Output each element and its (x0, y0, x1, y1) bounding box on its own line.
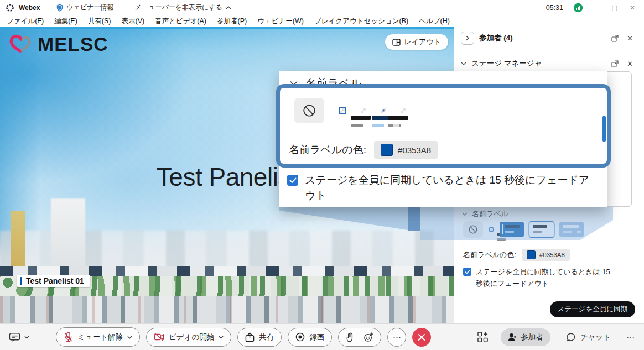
mic-muted-icon (64, 332, 73, 342)
record-label: 録画 (309, 332, 324, 342)
name-label-color-picker[interactable]: #0353A8 (522, 249, 570, 261)
unmute-button[interactable]: ミュート解除 (56, 327, 140, 347)
menu-share[interactable]: 共有(S) (88, 17, 111, 26)
apps-icon[interactable] (477, 331, 489, 343)
sync-fadeout-checkbox-row[interactable]: ステージを全員に同期しているときは 15 秒後にフェードアウト (463, 267, 617, 290)
participants-panel-header: 参加者 (4) ✕ (454, 30, 644, 46)
label-style-blue-button[interactable] (361, 108, 366, 113)
captions-button[interactable] (9, 332, 29, 343)
titlebar-left: Webex ウェビナー情報 メニューバーを非表示にする (0, 3, 248, 12)
sync-fadeout-label: ステージを全員に同期しているときは 15 秒後にフェードアウト (476, 267, 617, 290)
menu-file[interactable]: ファイル(F) (7, 17, 44, 26)
layout-grid-icon (392, 39, 401, 46)
titlebar: Webex ウェビナー情報 メニューバーを非表示にする 05:31 – ▢ ✕ (0, 0, 644, 15)
name-label-color-label: 名前ラベルの色: (463, 250, 516, 260)
chevron-down-icon (219, 336, 224, 339)
participants-button[interactable]: 参加者 (501, 328, 550, 346)
record-icon (295, 332, 305, 342)
chat-button[interactable]: チャット (563, 332, 614, 343)
label-style-outline-button[interactable] (381, 108, 386, 113)
webinar-info-label: ウェビナー情報 (66, 3, 113, 12)
magnifier-style-options (294, 98, 406, 123)
name-label-color-label: 名前ラベルの色: (289, 143, 366, 157)
hidden-button-sliver (602, 116, 606, 142)
more-toolbar-options[interactable]: ⋯ (626, 332, 635, 342)
chevron-up-icon (226, 6, 231, 9)
magnifier-highlight-box: 名前ラベルの色: #0353A8 (276, 84, 611, 168)
menu-audio-video[interactable]: 音声とビデオ(A) (155, 17, 206, 26)
stage-manager-close-icon[interactable]: ✕ (627, 60, 633, 68)
name-label-chip: Test Panelist 01 (17, 275, 90, 287)
window-minimize-button[interactable]: – (593, 4, 601, 12)
menu-edit[interactable]: 編集(E) (54, 17, 77, 26)
layout-button-label: レイアウト (404, 37, 441, 47)
menu-breakout[interactable]: ブレイクアウトセッション(B) (314, 17, 408, 26)
menubar: ファイル(F) 編集(E) 共有(S) 表示(V) 音声とビデオ(A) 参加者(… (0, 15, 644, 27)
webinar-info-button[interactable]: ウェビナー情報 (56, 3, 113, 12)
menu-participants[interactable]: 参加者(P) (217, 17, 247, 26)
reactions-group (338, 328, 381, 347)
chat-bubble-icon (566, 332, 576, 342)
name-label-color-row: 名前ラベルの色: #0353A8 (463, 249, 570, 261)
melsc-logo: MELSC (8, 33, 108, 55)
label-style-light-selected-button[interactable] (339, 107, 346, 114)
checkbox-checked-icon[interactable] (287, 175, 298, 186)
start-video-button[interactable]: ビデオの開始 (146, 328, 231, 347)
window-close-button[interactable]: ✕ (629, 4, 636, 12)
active-speaker-name: Test Panelist (157, 162, 297, 192)
participants-label: 参加者 (521, 332, 543, 342)
webex-window: Webex ウェビナー情報 メニューバーを非表示にする 05:31 – ▢ ✕ (0, 0, 644, 350)
record-button[interactable]: 録画 (288, 328, 332, 347)
reactions-smiley-icon[interactable] (363, 332, 373, 342)
sync-stage-button[interactable]: ステージを全員に同期 (550, 301, 635, 317)
share-icon (245, 332, 255, 342)
start-video-label: ビデオの開始 (169, 332, 214, 342)
share-label: 共有 (259, 332, 274, 342)
melsc-heart-icon (8, 34, 33, 55)
panel-divider (454, 50, 644, 50)
toolbar-right-group: 参加者 チャット ⋯ (477, 328, 635, 346)
connection-quality-icon[interactable] (573, 3, 583, 13)
leave-meeting-button[interactable] (412, 328, 431, 347)
participants-close-icon[interactable]: ✕ (627, 34, 633, 43)
name-label-color-picker[interactable]: #0353A8 (374, 141, 438, 159)
color-value-text: #0353A8 (398, 145, 431, 155)
sync-fadeout-label: ステージを全員に同期しているときは 15 秒後にフェードアウト (305, 173, 595, 203)
name-label-magnifier-popup: 名前ラベル 名前ラベルの色: (279, 71, 607, 207)
webex-logo-icon (6, 3, 14, 12)
stage-manager-popout-icon[interactable] (611, 60, 619, 67)
name-label-text: Test Panelist 01 (26, 276, 84, 285)
unmute-label: ミュート解除 (77, 332, 123, 342)
chevron-down-icon[interactable] (461, 62, 466, 65)
color-value-text: #0353A8 (539, 252, 565, 258)
color-swatch (527, 250, 536, 259)
checkbox-checked-icon[interactable] (463, 268, 471, 276)
label-style-translucent-button[interactable] (401, 108, 406, 113)
captions-icon (9, 332, 20, 343)
participants-popout-icon[interactable] (611, 35, 619, 42)
magnifier-beam-band (408, 207, 420, 231)
melsc-logo-text: MELSC (38, 33, 108, 55)
participants-panel-title: 参加者 (4) (479, 33, 513, 43)
more-options-button[interactable]: ⋯ (387, 328, 406, 347)
menu-help[interactable]: ヘルプ(H) (419, 17, 450, 26)
stage-manager-title: ステージ マネージャ (471, 59, 542, 69)
share-button[interactable]: 共有 (237, 328, 282, 347)
label-style-none-button[interactable] (294, 98, 324, 123)
participants-expand-button[interactable] (461, 32, 474, 45)
shield-icon (56, 4, 63, 12)
menu-webinar[interactable]: ウェビナー(W) (257, 17, 304, 26)
hide-menubar-button[interactable]: メニューバーを非表示にする (135, 3, 231, 12)
color-swatch (381, 144, 393, 156)
layout-button[interactable]: レイアウト (385, 34, 448, 50)
meeting-time: 05:31 (546, 4, 563, 12)
name-label-accent-bar (20, 277, 22, 285)
raise-hand-icon[interactable] (346, 332, 354, 342)
menu-view[interactable]: 表示(V) (121, 17, 144, 26)
chevron-down-icon (127, 336, 132, 339)
magnifier-color-row: 名前ラベルの色: #0353A8 (289, 141, 438, 159)
window-maximize-button[interactable]: ▢ (611, 4, 619, 12)
magnifier-sync-fadeout-checkbox-row[interactable]: ステージを全員に同期しているときは 15 秒後にフェードアウト (287, 173, 595, 203)
control-toolbar: ミュート解除 ビデオの開始 共有 録画 (0, 323, 644, 350)
person-icon (508, 333, 516, 342)
